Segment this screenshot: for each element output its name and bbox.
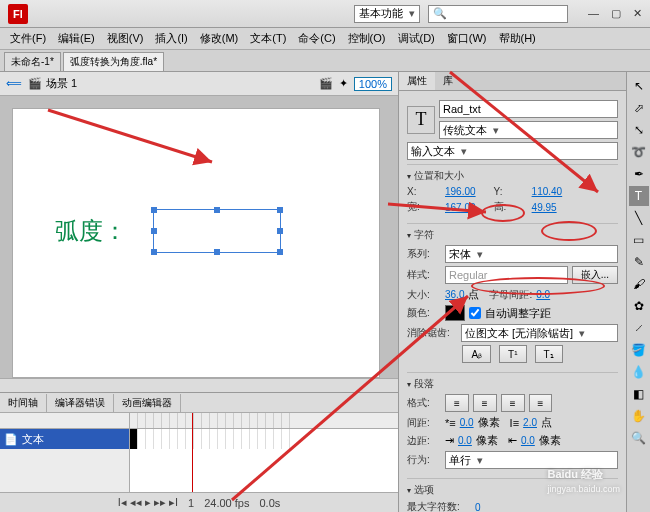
edit-scene-icon[interactable]: 🎬 <box>319 77 333 90</box>
behavior-label: 行为: <box>407 453 441 467</box>
playhead[interactable] <box>192 413 193 492</box>
stage-scrollbar-h[interactable] <box>0 378 398 392</box>
playback-controls[interactable]: I◂ ◂◂ ▸ ▸▸ ▸I <box>118 496 178 509</box>
section-position-size[interactable]: 位置和大小 <box>407 169 618 183</box>
scene-label: 场景 1 <box>46 76 77 91</box>
margin-left-icon: ⇥ <box>445 434 454 447</box>
font-family-select[interactable]: 宋体▾ <box>445 245 618 263</box>
align-left-icon[interactable]: ≡ <box>445 394 469 412</box>
menu-window[interactable]: 窗口(W) <box>441 31 493 46</box>
w-value[interactable]: 167.00 <box>445 202 476 213</box>
text-color-well[interactable] <box>445 305 465 321</box>
line-tool-icon[interactable]: ╲ <box>629 208 649 228</box>
font-style-select[interactable]: Regular <box>445 266 568 284</box>
doc-tab-2[interactable]: 弧度转换为角度.fla* <box>63 52 164 71</box>
menu-debug[interactable]: 调试(D) <box>392 31 441 46</box>
align-right-icon[interactable]: ≡ <box>501 394 525 412</box>
workspace-switcher[interactable]: 基本功能 ▾ <box>354 5 420 23</box>
back-icon[interactable]: ⟸ <box>6 77 22 90</box>
section-paragraph[interactable]: 段落 <box>407 377 618 391</box>
menu-text[interactable]: 文本(T) <box>244 31 292 46</box>
maximize-icon[interactable]: ▢ <box>611 7 621 20</box>
tab-library[interactable]: 库 <box>435 72 461 90</box>
margin-label: 边距: <box>407 434 441 448</box>
tools-panel: ↖ ⬀ ⤡ ➰ ✒ T ╲ ▭ ✎ 🖌 ✿ ⟋ 🪣 💧 ◧ ✋ 🔍 <box>626 72 650 512</box>
text-tool-icon[interactable]: T <box>629 186 649 206</box>
superscript-icon[interactable]: T¹ <box>499 345 526 363</box>
bone-tool-icon[interactable]: ⟋ <box>629 318 649 338</box>
text-type-select[interactable]: 传统文本▾ <box>439 121 618 139</box>
menu-modify[interactable]: 修改(M) <box>194 31 245 46</box>
h-value[interactable]: 49.95 <box>532 202 557 213</box>
instance-name-field[interactable]: Rad_txt <box>439 100 618 118</box>
x-label: X: <box>407 186 441 197</box>
maxchars-label: 最大字符数: <box>407 500 471 512</box>
anti-alias-select[interactable]: 位图文本 [无消除锯齿]▾ <box>461 324 618 342</box>
minimize-icon[interactable]: — <box>588 7 599 20</box>
paint-bucket-tool-icon[interactable]: 🪣 <box>629 340 649 360</box>
layer-icon: 📄 <box>4 433 18 446</box>
text-mode-select[interactable]: 输入文本▾ <box>407 142 618 160</box>
size-value[interactable]: 36.0 <box>445 289 464 300</box>
tab-compiler-errors[interactable]: 编译器错误 <box>47 394 114 412</box>
tab-timeline[interactable]: 时间轴 <box>0 394 47 412</box>
deco-tool-icon[interactable]: ✿ <box>629 296 649 316</box>
close-icon[interactable]: ✕ <box>633 7 642 20</box>
x-value[interactable]: 196.00 <box>445 186 476 197</box>
menu-commands[interactable]: 命令(C) <box>292 31 341 46</box>
rectangle-tool-icon[interactable]: ▭ <box>629 230 649 250</box>
pen-tool-icon[interactable]: ✒ <box>629 164 649 184</box>
eyedropper-tool-icon[interactable]: 💧 <box>629 362 649 382</box>
frames-area[interactable] <box>130 413 398 492</box>
align-center-icon[interactable]: ≡ <box>473 394 497 412</box>
zoom-field[interactable]: 100% <box>354 77 392 91</box>
current-frame: 1 <box>188 497 194 509</box>
aa-label: 消除锯齿: <box>407 326 457 340</box>
edit-symbol-icon[interactable]: ✦ <box>339 77 348 90</box>
section-character[interactable]: 字符 <box>407 228 618 242</box>
text-type-icon: T <box>407 106 435 134</box>
pencil-tool-icon[interactable]: ✎ <box>629 252 649 272</box>
auto-kern-checkbox[interactable] <box>469 307 481 319</box>
zoom-tool-icon[interactable]: 🔍 <box>629 428 649 448</box>
subscript-icon[interactable]: T₁ <box>535 345 563 363</box>
search-field[interactable] <box>451 8 563 20</box>
eraser-tool-icon[interactable]: ◧ <box>629 384 649 404</box>
search-input[interactable]: 🔍 <box>428 5 568 23</box>
watermark: Baidu 经验 jingyan.baidu.com <box>547 458 620 494</box>
y-label: Y: <box>494 186 528 197</box>
tab-motion-editor[interactable]: 动画编辑器 <box>114 394 181 412</box>
scene-icon: 🎬 <box>28 77 42 90</box>
selected-text-field[interactable] <box>153 209 281 253</box>
leading-value[interactable]: 2.0 <box>523 417 537 428</box>
app-logo-icon: Fl <box>8 4 28 24</box>
maxchars-value[interactable]: 0 <box>475 502 481 513</box>
menu-file[interactable]: 文件(F) <box>4 31 52 46</box>
doc-tab-1[interactable]: 未命名-1* <box>4 52 61 71</box>
menu-help[interactable]: 帮助(H) <box>493 31 542 46</box>
layer-row[interactable]: 📄 文本 <box>0 429 129 449</box>
selectable-icon[interactable]: Aᵦ <box>462 345 491 363</box>
menu-control[interactable]: 控制(O) <box>342 31 392 46</box>
workspace-label: 基本功能 <box>359 6 403 21</box>
chevron-down-icon: ▾ <box>409 7 415 20</box>
selection-tool-icon[interactable]: ↖ <box>629 76 649 96</box>
lasso-tool-icon[interactable]: ➰ <box>629 142 649 162</box>
hand-tool-icon[interactable]: ✋ <box>629 406 649 426</box>
spacing-value[interactable]: 0.0 <box>536 289 550 300</box>
y-value[interactable]: 110.40 <box>532 186 563 197</box>
indent-value[interactable]: 0.0 <box>460 417 474 428</box>
brush-tool-icon[interactable]: 🖌 <box>629 274 649 294</box>
margin-right-value[interactable]: 0.0 <box>521 435 535 446</box>
margin-left-value[interactable]: 0.0 <box>458 435 472 446</box>
embed-button[interactable]: 嵌入... <box>572 266 618 284</box>
subselection-tool-icon[interactable]: ⬀ <box>629 98 649 118</box>
menu-insert[interactable]: 插入(I) <box>149 31 193 46</box>
tab-properties[interactable]: 属性 <box>399 72 435 90</box>
menu-edit[interactable]: 编辑(E) <box>52 31 101 46</box>
menu-view[interactable]: 视图(V) <box>101 31 150 46</box>
free-transform-tool-icon[interactable]: ⤡ <box>629 120 649 140</box>
stage[interactable]: 弧度： <box>12 108 380 378</box>
align-justify-icon[interactable]: ≡ <box>529 394 553 412</box>
time: 0.0s <box>259 497 280 509</box>
